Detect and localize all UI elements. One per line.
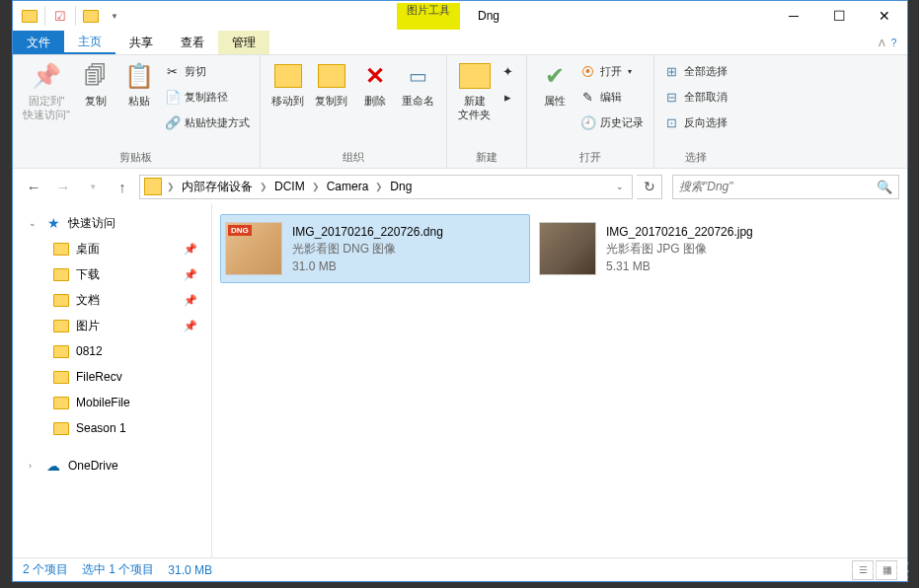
copy-icon: 🗐 bbox=[80, 60, 112, 92]
file-meta: IMG_20170216_220726.jpg 光影看图 JPG 图像 5.31… bbox=[606, 225, 753, 273]
expand-icon[interactable]: › bbox=[29, 461, 38, 471]
paste-icon: 📋 bbox=[123, 60, 155, 92]
sidebar-item[interactable]: 图片📌 bbox=[13, 313, 211, 338]
tab-view[interactable]: 查看 bbox=[167, 31, 218, 54]
move-to-button[interactable]: 移动到 bbox=[267, 58, 310, 110]
ribbon-collapse-button[interactable]: ᐱ ? bbox=[868, 31, 907, 54]
search-input[interactable] bbox=[679, 180, 877, 193]
rename-button[interactable]: ▭ 重命名 bbox=[397, 58, 440, 110]
copy-button[interactable]: 🗐 复制 bbox=[74, 58, 117, 110]
move-to-label: 移动到 bbox=[271, 94, 304, 108]
address-bar[interactable]: ❯ 内部存储设备 ❯ DCIM ❯ Camera ❯ Dng ⌄ bbox=[139, 175, 633, 199]
paste-button[interactable]: 📋 粘贴 bbox=[117, 58, 161, 110]
sidebar-item-label: 文档 bbox=[76, 292, 100, 309]
tab-file[interactable]: 文件 bbox=[13, 31, 64, 54]
sidebar-item-label: 下载 bbox=[76, 266, 100, 283]
new-folder-label: 新建 文件夹 bbox=[458, 94, 491, 121]
tab-share[interactable]: 共享 bbox=[115, 31, 167, 54]
paste-label: 粘贴 bbox=[128, 94, 150, 108]
invert-selection-button[interactable]: ⊡反向选择 bbox=[660, 110, 731, 135]
pin-icon: 📌 bbox=[184, 243, 197, 256]
tab-manage[interactable]: 管理 bbox=[218, 31, 269, 54]
tab-home[interactable]: 主页 bbox=[64, 31, 115, 54]
breadcrumb-seg[interactable]: 内部存储设备 bbox=[178, 179, 257, 195]
properties-button[interactable]: ✔ 属性 bbox=[533, 58, 576, 110]
sidebar-item-label: 桌面 bbox=[76, 241, 100, 257]
folder-icon bbox=[52, 291, 70, 309]
close-button[interactable]: ✕ bbox=[862, 1, 907, 31]
select-group-label: 选择 bbox=[660, 148, 731, 168]
file-item[interactable]: IMG_20170216_220726.jpg 光影看图 JPG 图像 5.31… bbox=[534, 214, 844, 283]
breadcrumb-seg[interactable]: Camera bbox=[323, 180, 373, 193]
sidebar-quick-access[interactable]: ⌄ ★ 快速访问 bbox=[13, 210, 211, 236]
file-item[interactable]: DNG IMG_20170216_220726.dng 光影看图 DNG 图像 … bbox=[220, 214, 530, 283]
copy-to-icon bbox=[316, 60, 347, 92]
ribbon: 📌 固定到" 快速访问" 🗐 复制 📋 粘贴 ✂剪切 📄复制路径 🔗粘贴快捷方式 bbox=[13, 55, 907, 169]
chevron-right-icon[interactable]: ❯ bbox=[309, 182, 323, 191]
chevron-up-icon: ᐱ bbox=[879, 37, 885, 48]
new-item-button[interactable]: ✦ bbox=[497, 58, 520, 84]
folder-icon bbox=[52, 342, 70, 360]
up-button[interactable]: ↑ bbox=[110, 174, 135, 199]
qat-dropdown-icon[interactable]: ▼ bbox=[104, 5, 125, 27]
maximize-button[interactable]: ☐ bbox=[816, 1, 862, 31]
file-thumbnail bbox=[539, 222, 596, 275]
navigation-pane: ⌄ ★ 快速访问 桌面📌下载📌文档📌图片📌0812FileRecvMobileF… bbox=[13, 204, 212, 557]
cut-button[interactable]: ✂剪切 bbox=[161, 58, 254, 84]
select-all-icon: ⊞ bbox=[664, 63, 680, 79]
edit-button[interactable]: ✎编辑 bbox=[576, 84, 648, 110]
search-box[interactable]: 🔍 bbox=[672, 175, 899, 199]
address-dropdown[interactable]: ⌄ bbox=[610, 182, 630, 191]
search-icon[interactable]: 🔍 bbox=[877, 180, 892, 194]
paste-shortcut-button[interactable]: 🔗粘贴快捷方式 bbox=[161, 110, 254, 135]
new-folder-icon[interactable] bbox=[80, 5, 102, 27]
breadcrumb-seg[interactable]: Dng bbox=[386, 180, 416, 193]
pin-label: 固定到" 快速访问" bbox=[23, 94, 70, 121]
sidebar-item[interactable]: MobileFile bbox=[13, 390, 211, 415]
back-button[interactable]: ← bbox=[21, 174, 46, 199]
history-button[interactable]: 🕘历史记录 bbox=[576, 110, 648, 135]
chevron-right-icon[interactable]: ❯ bbox=[164, 182, 178, 191]
sidebar-item-label: 图片 bbox=[76, 318, 100, 334]
file-meta: IMG_20170216_220726.dng 光影看图 DNG 图像 31.0… bbox=[292, 225, 443, 273]
chevron-right-icon[interactable]: ❯ bbox=[257, 182, 270, 191]
file-size: 5.31 MB bbox=[606, 259, 753, 273]
ribbon-group-open: ✔ 属性 ⦿打开▾ ✎编辑 🕘历史记录 打开 bbox=[527, 55, 654, 168]
refresh-button[interactable]: ↻ bbox=[637, 175, 662, 199]
select-none-button[interactable]: ⊟全部取消 bbox=[660, 84, 731, 110]
sidebar-onedrive[interactable]: › ☁ OneDrive bbox=[13, 453, 211, 478]
properties-icon[interactable]: ☑ bbox=[49, 5, 71, 27]
breadcrumb-seg[interactable]: DCIM bbox=[270, 180, 309, 193]
folder-icon bbox=[52, 419, 70, 437]
forward-button[interactable]: → bbox=[50, 174, 76, 199]
sidebar-item[interactable]: 下载📌 bbox=[13, 261, 211, 287]
chevron-right-icon[interactable]: ❯ bbox=[372, 182, 386, 191]
sidebar-item-label: MobileFile bbox=[76, 396, 130, 409]
sidebar-item[interactable]: 桌面📌 bbox=[13, 236, 211, 261]
expand-icon[interactable]: ⌄ bbox=[29, 218, 38, 228]
sidebar-item[interactable]: 0812 bbox=[13, 338, 211, 364]
ribbon-tabs: 文件 主页 共享 查看 管理 ᐱ ? bbox=[13, 31, 907, 55]
move-to-icon bbox=[272, 60, 304, 92]
delete-button[interactable]: ✕ 删除 bbox=[353, 58, 397, 110]
copy-path-button[interactable]: 📄复制路径 bbox=[161, 84, 254, 110]
delete-label: 删除 bbox=[364, 94, 386, 108]
minimize-button[interactable]: ─ bbox=[771, 1, 816, 31]
select-all-button[interactable]: ⊞全部选择 bbox=[660, 58, 731, 84]
file-pane[interactable]: DNG IMG_20170216_220726.dng 光影看图 DNG 图像 … bbox=[212, 204, 907, 557]
easy-access-button[interactable]: ▸ bbox=[497, 84, 520, 110]
new-folder-button[interactable]: 新建 文件夹 bbox=[453, 58, 497, 123]
quick-access-toolbar: ☑ ▼ bbox=[19, 5, 125, 27]
recent-dropdown[interactable]: ▾ bbox=[80, 174, 106, 199]
open-button[interactable]: ⦿打开▾ bbox=[576, 58, 648, 84]
address-folder-icon bbox=[144, 178, 162, 195]
file-name: IMG_20170216_220726.jpg bbox=[606, 225, 753, 239]
sidebar-item[interactable]: 文档📌 bbox=[13, 287, 211, 313]
copy-to-button[interactable]: 复制到 bbox=[310, 58, 353, 110]
pin-quick-access-button[interactable]: 📌 固定到" 快速访问" bbox=[19, 58, 74, 123]
sidebar-item[interactable]: FileRecv bbox=[13, 364, 211, 390]
select-none-label: 全部取消 bbox=[684, 90, 728, 105]
folder-icon[interactable] bbox=[19, 5, 40, 27]
folder-icon bbox=[52, 317, 70, 334]
sidebar-item[interactable]: Season 1 bbox=[13, 415, 211, 441]
